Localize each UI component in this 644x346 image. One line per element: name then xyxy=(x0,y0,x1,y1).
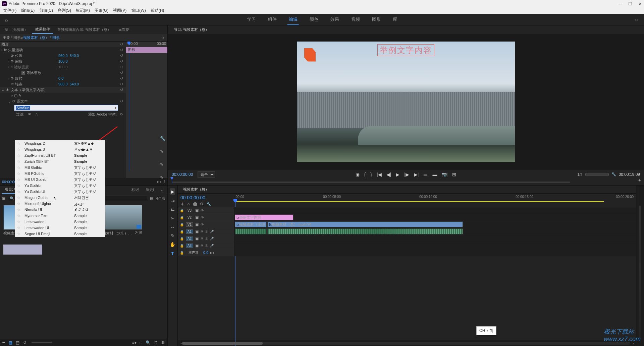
play-icon[interactable]: ▶ xyxy=(396,172,399,177)
lock-icon[interactable]: 🔒 xyxy=(180,251,184,255)
star-icon[interactable]: ☆ xyxy=(17,165,22,170)
ime-indicator[interactable]: CH ♪ 简 xyxy=(476,326,496,335)
extract-icon[interactable]: ▬ xyxy=(432,172,437,177)
ws-learn[interactable]: 学习 xyxy=(246,14,257,25)
track-select-icon[interactable]: ⇥ xyxy=(171,198,175,204)
font-option[interactable]: ☆Microsoft Uighurئۇيغۇر xyxy=(15,201,105,207)
reset-icon[interactable]: ↺ xyxy=(120,59,123,64)
overlay-text[interactable]: 举例文字内容 xyxy=(377,44,434,56)
settings-icon[interactable]: ⚙ xyxy=(200,202,204,206)
snap-icon[interactable]: ⸎ xyxy=(180,202,184,206)
program-plus-icon[interactable]: ＋ xyxy=(637,177,642,183)
list-view-icon[interactable]: ≣ xyxy=(2,340,5,345)
font-option[interactable]: ☆Zurich XBlk BTSample xyxy=(15,158,105,164)
graphic-clip[interactable]: fx 举例文字内容 xyxy=(235,214,293,220)
font-option[interactable]: ☆Malgun Gothic서체견본 xyxy=(15,195,105,201)
lock-icon[interactable]: 🔒 xyxy=(180,230,184,233)
reset-icon[interactable]: ↺ xyxy=(120,54,123,58)
selection-tool-icon[interactable]: ▶ xyxy=(170,188,175,195)
sort-icon[interactable]: Ｏ xyxy=(23,340,27,345)
pen-icon[interactable]: ✎ xyxy=(171,233,175,238)
star-icon[interactable]: ☆ xyxy=(17,141,22,146)
zoom-slider[interactable] xyxy=(585,174,609,176)
h-scrollbar[interactable] xyxy=(182,342,630,345)
program-scrubber[interactable] xyxy=(168,179,644,185)
audio-clip[interactable] xyxy=(267,228,463,234)
rot-val[interactable]: 0.0 xyxy=(58,76,63,80)
track-name[interactable]: A3 xyxy=(186,244,193,248)
goto-out-icon[interactable]: ▶| xyxy=(414,172,419,177)
ws-graphics[interactable]: 图形 xyxy=(371,14,382,25)
menu-edit[interactable]: 编辑(E) xyxy=(19,7,37,14)
timeline-tc[interactable]: 00:00:00:00 xyxy=(180,195,232,200)
freeform-icon[interactable]: ▤ xyxy=(16,340,19,345)
fit-select[interactable]: 适合 xyxy=(198,171,215,178)
tab-metadata[interactable]: 元数据 xyxy=(115,26,133,33)
solo-button[interactable]: S xyxy=(205,237,208,240)
track-name[interactable]: V3 xyxy=(186,209,193,212)
mic-icon[interactable]: 🎤 xyxy=(210,230,214,233)
font-option[interactable]: ☆Segoe UI EmojiSample xyxy=(15,231,105,237)
eye-icon[interactable]: 👁 xyxy=(201,216,204,219)
ec-wrench-icon[interactable]: 🔧 xyxy=(160,136,165,141)
eye-icon[interactable]: 👁 xyxy=(201,223,204,226)
video-clip[interactable]: fx 视频素材（总）.mp4 [V] xyxy=(267,221,463,227)
ws-color[interactable]: 颜色 xyxy=(308,14,320,25)
expand-icon[interactable]: ▸◂ xyxy=(210,251,214,255)
mic-icon[interactable]: 🎤 xyxy=(210,237,214,240)
star-icon[interactable]: ☆ xyxy=(17,159,22,164)
star-icon[interactable]: ☆ xyxy=(17,190,22,194)
toggle-output-icon[interactable]: ▣ xyxy=(195,208,199,213)
font-dropdown[interactable]: ☆Wingdings 2⌘✂⚙✉▲◆☆Wingdings 3↗↘◀▶▲▼☆Zap… xyxy=(15,140,105,237)
menu-graphics[interactable]: 图形(G) xyxy=(93,7,110,14)
track-name[interactable]: A1 xyxy=(186,229,193,234)
font-option[interactable]: ☆MS PGothic文字もじモジ xyxy=(15,170,105,177)
font-option[interactable]: ☆Wingdings 3↗↘◀▶▲▼ xyxy=(15,146,105,152)
add-marker-icon[interactable]: ◉ xyxy=(356,172,360,177)
marker-icon[interactable]: ⬤ xyxy=(193,202,197,206)
trash-icon[interactable]: 🗑 xyxy=(161,340,165,345)
track-name[interactable]: A2 xyxy=(186,236,193,241)
wrench-icon[interactable]: 🔧 xyxy=(611,172,616,177)
menu-clip[interactable]: 剪辑(C) xyxy=(37,7,55,14)
lift-icon[interactable]: ▭ xyxy=(423,172,428,177)
pos-y[interactable]: 540.0 xyxy=(70,54,79,58)
star-icon[interactable]: ☆ xyxy=(17,153,22,158)
type-tool-icon[interactable]: T xyxy=(171,251,174,256)
lock-icon[interactable]: 🔒 xyxy=(180,209,184,212)
lock-icon[interactable]: 🔒 xyxy=(180,216,184,219)
step-fwd-icon[interactable]: |▶ xyxy=(404,172,409,177)
ws-assembly[interactable]: 组件 xyxy=(267,14,278,25)
reset-icon[interactable]: ↺ xyxy=(120,65,123,69)
font-option[interactable]: ☆MS Gothic文字もじモジ xyxy=(15,164,105,170)
font-dropdown-icon[interactable]: ▾ xyxy=(115,106,116,110)
filter-star-icon[interactable]: ☆ xyxy=(35,112,38,117)
menu-window[interactable]: 窗口(W) xyxy=(129,7,148,14)
bin-icon[interactable]: ▣ xyxy=(2,196,5,201)
step-back-icon[interactable]: ◀| xyxy=(386,172,391,177)
slip-icon[interactable]: ↔ xyxy=(170,224,175,230)
toggle-output-icon[interactable]: ▣ xyxy=(195,215,199,220)
font-input-value[interactable]: SimSun xyxy=(16,106,30,110)
tab-audio-mixer[interactable]: 音频剪辑混合器: 视频素材（总） xyxy=(54,26,114,33)
ec-dropper3-icon[interactable]: ✎ xyxy=(160,175,165,180)
tab-effect-controls[interactable]: 效果控件 xyxy=(32,25,53,34)
thumb-size-slider[interactable] xyxy=(32,342,52,343)
goto-in-icon[interactable]: |◀ xyxy=(377,172,382,177)
ws-libraries[interactable]: 库 xyxy=(391,14,398,25)
toggle-output-icon[interactable]: ▣ xyxy=(195,244,199,248)
font-option[interactable]: ☆Nirmala UIಕನ್ನಡ xyxy=(15,207,105,213)
minimize-button[interactable]: ─ xyxy=(619,1,622,6)
audio-clip[interactable] xyxy=(235,228,267,234)
star-icon[interactable]: ☆ xyxy=(17,220,22,224)
add-adobe-icon[interactable]: ⟳ xyxy=(120,112,123,117)
lock-icon[interactable]: 🔒 xyxy=(180,244,184,248)
new-item-icon[interactable]: 🗋 xyxy=(154,340,158,345)
star-icon[interactable]: ☆ xyxy=(17,214,22,218)
anchor-x[interactable]: 960.0 xyxy=(58,82,68,86)
font-option[interactable]: ☆Yu Gothic文字もじモジ xyxy=(15,183,105,189)
anchor-y[interactable]: 540.0 xyxy=(70,82,79,86)
toggle-output-icon[interactable]: ▣ xyxy=(195,236,199,241)
timeline-ruler[interactable]: :00:0000:00:05:0000:00:10:0000:00:15:000… xyxy=(235,194,636,207)
icon-view-icon[interactable]: ▦ xyxy=(9,340,12,345)
